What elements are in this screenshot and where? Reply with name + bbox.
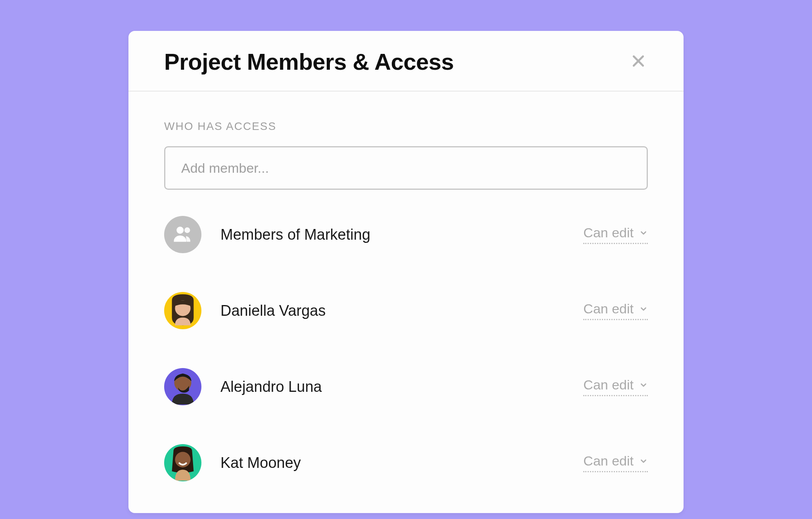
add-member-input[interactable] bbox=[164, 146, 648, 190]
close-icon bbox=[630, 53, 646, 71]
person-icon bbox=[164, 368, 201, 405]
permission-dropdown[interactable]: Can edit bbox=[583, 377, 648, 396]
member-name: Alejandro Luna bbox=[220, 378, 322, 395]
member-list: Members of Marketing Can edit bbox=[164, 216, 648, 481]
member-info: Daniella Vargas bbox=[164, 292, 326, 329]
section-label: Who has access bbox=[164, 120, 648, 133]
person-icon bbox=[164, 292, 201, 329]
member-name: Daniella Vargas bbox=[220, 302, 326, 319]
close-button[interactable] bbox=[629, 52, 648, 71]
member-row: Kat Mooney Can edit bbox=[164, 444, 648, 481]
chevron-down-icon bbox=[639, 453, 648, 469]
member-name: Members of Marketing bbox=[220, 226, 370, 243]
users-icon bbox=[172, 223, 193, 246]
chevron-down-icon bbox=[639, 301, 648, 317]
permission-dropdown[interactable]: Can edit bbox=[583, 453, 648, 472]
member-row: Daniella Vargas Can edit bbox=[164, 292, 648, 329]
permission-label: Can edit bbox=[583, 301, 634, 317]
user-avatar bbox=[164, 444, 201, 481]
modal-header: Project Members & Access bbox=[128, 31, 684, 92]
chevron-down-icon bbox=[639, 377, 648, 393]
svg-point-2 bbox=[176, 227, 184, 234]
member-info: Alejandro Luna bbox=[164, 368, 322, 405]
member-row: Members of Marketing Can edit bbox=[164, 216, 648, 253]
user-avatar bbox=[164, 368, 201, 405]
member-row: Alejandro Luna Can edit bbox=[164, 368, 648, 405]
modal-title: Project Members & Access bbox=[164, 48, 454, 75]
permission-label: Can edit bbox=[583, 225, 634, 240]
user-avatar bbox=[164, 292, 201, 329]
permission-label: Can edit bbox=[583, 377, 634, 393]
member-info: Kat Mooney bbox=[164, 444, 301, 481]
members-access-modal: Project Members & Access Who has access bbox=[128, 31, 684, 513]
permission-label: Can edit bbox=[583, 453, 634, 469]
permission-dropdown[interactable]: Can edit bbox=[583, 301, 648, 320]
member-info: Members of Marketing bbox=[164, 216, 370, 253]
permission-dropdown[interactable]: Can edit bbox=[583, 225, 648, 244]
chevron-down-icon bbox=[639, 225, 648, 240]
person-icon bbox=[164, 444, 201, 481]
svg-point-3 bbox=[184, 227, 190, 233]
member-name: Kat Mooney bbox=[220, 454, 301, 471]
group-avatar bbox=[164, 216, 201, 253]
modal-body: Who has access M bbox=[128, 92, 684, 513]
